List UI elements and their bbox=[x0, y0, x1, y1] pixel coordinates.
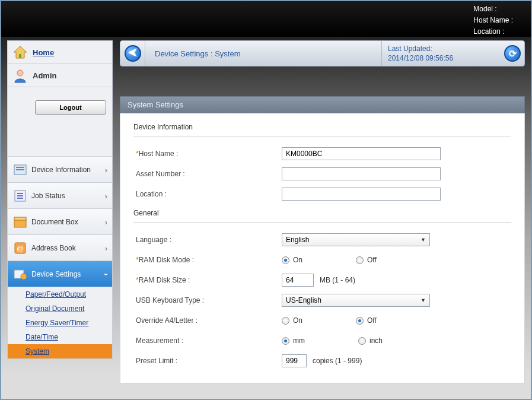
host-name-label: Host Name : bbox=[139, 150, 179, 158]
row-preset-limit: Preset Limit : copies (1 - 999) bbox=[133, 351, 511, 371]
override-label: Override A4/Letter : bbox=[136, 316, 197, 325]
location-label: Location : bbox=[136, 190, 167, 198]
sidebar-home[interactable]: Home bbox=[8, 41, 112, 64]
host-name-input[interactable] bbox=[282, 147, 441, 160]
row-usb-keyboard: USB Keyboard Type : US-English bbox=[133, 290, 511, 310]
ram-mode-on[interactable]: On bbox=[282, 256, 302, 264]
last-updated-label: Last Updated: bbox=[388, 44, 495, 53]
ram-size-hint: MB (1 - 64) bbox=[320, 276, 355, 284]
section-device-info: Device Information bbox=[133, 120, 511, 136]
measurement-mm[interactable]: mm bbox=[282, 336, 305, 345]
logout-area: Logout bbox=[8, 87, 112, 157]
section-general: General bbox=[133, 207, 511, 223]
header-model-label: Model : bbox=[473, 5, 496, 13]
row-ram-size: *RAM Disk Size : MB (1 - 64) bbox=[133, 270, 511, 290]
svg-rect-1 bbox=[19, 54, 21, 58]
radio-icon bbox=[356, 256, 364, 264]
svg-rect-5 bbox=[16, 169, 24, 170]
sidebar-item-device-settings[interactable]: Device Settings › bbox=[8, 261, 112, 287]
override-off[interactable]: Off bbox=[356, 316, 377, 325]
nav-label: Device Information bbox=[31, 166, 91, 174]
row-ram-mode: *RAM Disk Mode : On Off bbox=[133, 250, 511, 270]
svg-rect-8 bbox=[14, 217, 26, 220]
ram-size-input[interactable] bbox=[282, 274, 314, 287]
address-book-icon: @ bbox=[12, 240, 28, 256]
preset-label: Preset Limit : bbox=[136, 357, 177, 365]
device-settings-icon bbox=[12, 266, 28, 282]
header-location-label: Location : bbox=[473, 27, 504, 36]
last-updated-value: 2014/12/08 09:56:56 bbox=[388, 53, 495, 63]
language-select[interactable]: English bbox=[282, 233, 430, 246]
refresh-button[interactable]: ⟳ bbox=[501, 45, 524, 62]
asset-input[interactable] bbox=[282, 167, 441, 180]
measurement-inch[interactable]: inch bbox=[358, 336, 383, 345]
sidebar-subitems: Paper/Feed/Output Original Document Ener… bbox=[8, 287, 112, 358]
last-updated: Last Updated: 2014/12/08 09:56:56 bbox=[382, 42, 501, 65]
sidebar-item-document-box[interactable]: Document Box › bbox=[8, 209, 112, 235]
viewport-scroll[interactable]: Model : Host Name : Location : Home Admi… bbox=[1, 1, 531, 399]
sidebar-item-address-book[interactable]: @ Address Book › bbox=[8, 235, 112, 261]
measurement-label: Measurement : bbox=[136, 336, 183, 345]
radio-icon bbox=[356, 317, 364, 325]
sidebar-item-device-information[interactable]: Device Information › bbox=[8, 157, 112, 183]
usb-kb-label: USB Keyboard Type : bbox=[136, 296, 204, 304]
chevron-down-icon: › bbox=[101, 273, 110, 275]
home-link[interactable]: Home bbox=[33, 48, 54, 57]
radio-icon bbox=[358, 337, 366, 345]
preset-hint: copies (1 - 999) bbox=[313, 357, 362, 365]
chevron-right-icon: › bbox=[105, 192, 107, 201]
sidebar-admin: Admin bbox=[8, 64, 112, 87]
sub-system[interactable]: System bbox=[8, 344, 112, 358]
row-asset-number: Asset Number : bbox=[133, 164, 511, 184]
svg-rect-4 bbox=[16, 167, 24, 168]
language-label: Language : bbox=[136, 236, 171, 244]
home-icon bbox=[12, 45, 28, 60]
preset-input[interactable] bbox=[282, 354, 307, 367]
nav-label: Document Box bbox=[31, 218, 78, 226]
radio-icon bbox=[282, 317, 289, 325]
panel-body: Device Information *Host Name : Asset Nu… bbox=[120, 113, 525, 383]
breadcrumb-bar: ⮜ Device Settings : System Last Updated:… bbox=[120, 40, 525, 66]
sidebar-item-job-status[interactable]: Job Status › bbox=[8, 183, 112, 209]
device-info-icon bbox=[12, 162, 28, 177]
admin-label: Admin bbox=[33, 71, 56, 80]
ram-mode-off[interactable]: Off bbox=[356, 256, 377, 264]
location-input[interactable] bbox=[282, 188, 441, 201]
svg-point-2 bbox=[17, 70, 23, 76]
header-bar: Model : Host Name : Location : bbox=[1, 1, 531, 37]
row-measurement: Measurement : mm inch bbox=[133, 331, 511, 351]
chevron-right-icon: › bbox=[105, 244, 107, 253]
sidebar: Home Admin Logout Device Information › bbox=[7, 40, 113, 359]
row-location: Location : bbox=[133, 184, 511, 204]
row-override-a4: Override A4/Letter : On Off bbox=[133, 310, 511, 331]
override-on[interactable]: On bbox=[282, 316, 302, 325]
sub-original-document[interactable]: Original Document bbox=[8, 301, 112, 316]
user-icon bbox=[12, 68, 28, 83]
content-area: ⮜ Device Settings : System Last Updated:… bbox=[120, 40, 525, 383]
row-host-name: *Host Name : bbox=[133, 144, 511, 164]
sub-energy-saver[interactable]: Energy Saver/Timer bbox=[8, 316, 112, 330]
row-language: Language : English bbox=[133, 230, 511, 250]
header-hostname-label: Host Name : bbox=[473, 16, 513, 24]
document-box-icon bbox=[12, 214, 28, 230]
sub-paper-feed[interactable]: Paper/Feed/Output bbox=[8, 287, 112, 301]
radio-icon bbox=[282, 337, 289, 345]
ram-size-label: RAM Disk Size : bbox=[139, 276, 190, 284]
usb-keyboard-select[interactable]: US-English bbox=[282, 294, 430, 307]
job-status-icon bbox=[12, 188, 28, 204]
svg-text:@: @ bbox=[17, 245, 24, 253]
header-device-info: Model : Host Name : Location : bbox=[473, 4, 513, 37]
app-window: Model : Host Name : Location : Home Admi… bbox=[0, 0, 532, 400]
breadcrumb-text: Device Settings : System bbox=[145, 41, 382, 66]
nav-label: Job Status bbox=[31, 192, 65, 200]
asset-label: Asset Number : bbox=[136, 170, 185, 178]
ram-mode-label: RAM Disk Mode : bbox=[139, 256, 194, 264]
arrow-left-icon: ⮜ bbox=[125, 45, 141, 62]
logout-button[interactable]: Logout bbox=[35, 100, 106, 115]
sub-date-time[interactable]: Date/Time bbox=[8, 330, 112, 344]
refresh-icon: ⟳ bbox=[504, 45, 521, 62]
nav-label: Device Settings bbox=[31, 270, 81, 278]
panel-title: System Settings bbox=[120, 96, 525, 113]
chevron-right-icon: › bbox=[105, 218, 107, 227]
back-button[interactable]: ⮜ bbox=[120, 40, 145, 66]
